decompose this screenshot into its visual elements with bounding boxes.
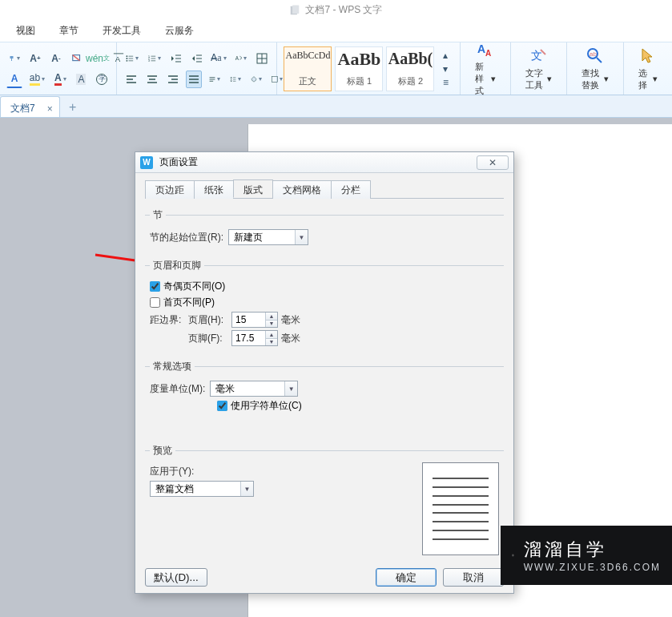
- svg-text:A: A: [477, 42, 485, 55]
- group-preview: 预览 应用于(Y): 整篇文档 ▼: [145, 444, 504, 557]
- highlight-button[interactable]: ab▾: [27, 71, 47, 88]
- footer-value[interactable]: [232, 333, 264, 344]
- distance-label: 距边界:: [150, 313, 185, 327]
- odd-even-label: 奇偶页不同(O): [163, 280, 225, 293]
- group-preview-legend: 预览: [150, 444, 175, 458]
- titlebar: 文档7 - WPS 文字: [0, 0, 672, 20]
- find-replace-button[interactable]: ab 查找替换▾: [573, 43, 617, 95]
- text-direction-button[interactable]: A▾: [232, 50, 250, 67]
- style-label: 正文: [299, 75, 316, 87]
- header-label: 页眉(H):: [188, 313, 228, 327]
- new-style-icon: AA: [476, 40, 495, 59]
- first-page-checkbox-row: 首页不同(P): [150, 296, 499, 309]
- menu-section[interactable]: 章节: [59, 24, 78, 38]
- cancel-button[interactable]: 取消: [443, 568, 504, 587]
- group-section-legend: 节: [150, 208, 166, 222]
- group-section: 节 节的起始位置(R): 新建页 ▼: [145, 208, 504, 249]
- spin-down-icon[interactable]: ▼: [266, 339, 277, 346]
- first-page-checkbox[interactable]: [150, 297, 160, 308]
- style-scroll-down[interactable]: ▾: [437, 63, 453, 75]
- first-page-label: 首页不同(P): [163, 296, 215, 309]
- svg-rect-3: [11, 58, 12, 61]
- align-right-button[interactable]: [165, 71, 181, 88]
- tab-layout[interactable]: 版式: [233, 179, 273, 198]
- char-unit-label: 使用字符单位(C): [231, 399, 302, 413]
- style-heading1[interactable]: AaBb 标题 1: [335, 46, 383, 91]
- bullets-button[interactable]: ▾: [123, 50, 141, 67]
- header-value[interactable]: [232, 314, 264, 325]
- svg-line-5: [73, 54, 80, 60]
- tab-paper[interactable]: 纸张: [194, 180, 234, 199]
- apply-combo[interactable]: 整篇文档 ▼: [150, 481, 254, 497]
- menu-view[interactable]: 视图: [16, 24, 35, 38]
- ribbon: ▾ A+ A- wén文 A A ab▾ A▾ A 字 ▾ 123▾ A̶a▾ …: [0, 42, 672, 95]
- chevron-down-icon: ▼: [284, 381, 297, 396]
- spin-up-icon[interactable]: ▲: [266, 313, 277, 321]
- brand-url: WWW.ZIXUE.3D66.COM: [524, 562, 661, 573]
- svg-rect-2: [10, 56, 14, 58]
- style-label: 标题 1: [347, 75, 372, 87]
- footer-spin[interactable]: ▲▼: [231, 330, 278, 346]
- ok-button[interactable]: 确定: [376, 568, 437, 587]
- align-justify-button[interactable]: [186, 71, 202, 88]
- increase-indent-button[interactable]: [189, 50, 205, 67]
- char-unit-checkbox[interactable]: [217, 401, 227, 411]
- tab-margins[interactable]: 页边距: [145, 180, 195, 199]
- document-tab-close[interactable]: ×: [47, 103, 53, 115]
- distribute-button[interactable]: ▾: [207, 71, 223, 88]
- style-label: 标题 2: [398, 75, 423, 87]
- new-style-button[interactable]: AA 新样式▾: [467, 37, 503, 100]
- shrink-font-button[interactable]: A-: [48, 50, 64, 67]
- menu-devtools[interactable]: 开发工具: [103, 24, 141, 38]
- font-color-button[interactable]: A▾: [52, 71, 68, 88]
- document-tab-add[interactable]: +: [65, 99, 81, 115]
- window-title: 文档7 - WPS 文字: [305, 3, 382, 17]
- text-tools-button[interactable]: 文 文字工具▾: [517, 43, 561, 95]
- char-style-a-button[interactable]: A: [6, 71, 22, 88]
- style-normal[interactable]: AaBbCcDd 正文: [284, 46, 332, 91]
- default-button[interactable]: 默认(D)...: [145, 568, 207, 587]
- app-icon: [289, 5, 300, 16]
- clear-format-button[interactable]: [69, 50, 85, 67]
- svg-rect-1: [293, 5, 300, 13]
- svg-text:3: 3: [148, 59, 150, 63]
- dialog-titlebar: W 页面设置 ✕: [135, 152, 513, 173]
- tab-grid[interactable]: 文档网格: [272, 180, 332, 199]
- group-general-legend: 常规选项: [150, 360, 195, 373]
- measure-combo[interactable]: 毫米 ▼: [210, 381, 298, 397]
- page-setup-dialog: W 页面设置 ✕ 页边距 纸张 版式 文档网格 分栏 节 节的起始位置(R): …: [135, 151, 514, 594]
- phonetic-guide-button[interactable]: wén文: [90, 50, 106, 67]
- chevron-down-icon: ▼: [295, 230, 308, 244]
- style-heading2[interactable]: AaBb( 标题 2: [386, 46, 434, 91]
- ribbon-group-select: 选择▾: [624, 42, 672, 95]
- change-case-button[interactable]: A̶a▾: [210, 50, 227, 67]
- align-left-button[interactable]: [123, 71, 139, 88]
- style-expand[interactable]: ≡: [437, 76, 453, 89]
- apply-value: 整篇文档: [155, 482, 194, 496]
- line-spacing-button[interactable]: ▾: [227, 71, 243, 88]
- header-spin[interactable]: ▲▼: [231, 312, 278, 328]
- ribbon-group-font: ▾ A+ A- wén文 A A ab▾ A▾ A 字: [0, 42, 117, 95]
- align-center-button[interactable]: [144, 71, 160, 88]
- preview-thumbnail: [422, 462, 499, 555]
- menu-cloud[interactable]: 云服务: [165, 24, 194, 38]
- format-painter-button[interactable]: ▾: [6, 50, 22, 67]
- spin-down-icon[interactable]: ▼: [266, 321, 277, 328]
- style-scroll-up[interactable]: ▴: [437, 49, 453, 62]
- dialog-tabstrip: 页边距 纸张 版式 文档网格 分栏: [145, 179, 504, 199]
- section-start-combo[interactable]: 新建页 ▼: [228, 229, 308, 245]
- tab-columns[interactable]: 分栏: [331, 180, 371, 199]
- odd-even-checkbox[interactable]: [150, 281, 160, 292]
- document-tab-active[interactable]: 文档7 ×: [0, 96, 60, 117]
- numbering-button[interactable]: 123▾: [146, 50, 163, 67]
- group-general: 常规选项 度量单位(M): 毫米 ▼ 使用字符单位(C): [145, 360, 504, 417]
- enclose-char-button[interactable]: 字: [94, 71, 110, 88]
- dialog-close-button[interactable]: ✕: [477, 155, 509, 170]
- decrease-indent-button[interactable]: [168, 50, 184, 67]
- select-button[interactable]: 选择▾: [630, 43, 666, 95]
- char-shading-button[interactable]: A: [73, 71, 89, 88]
- shading-button[interactable]: ▾: [248, 71, 264, 88]
- spin-up-icon[interactable]: ▲: [266, 331, 277, 339]
- borders-button[interactable]: [254, 50, 270, 67]
- grow-font-button[interactable]: A+: [27, 50, 43, 67]
